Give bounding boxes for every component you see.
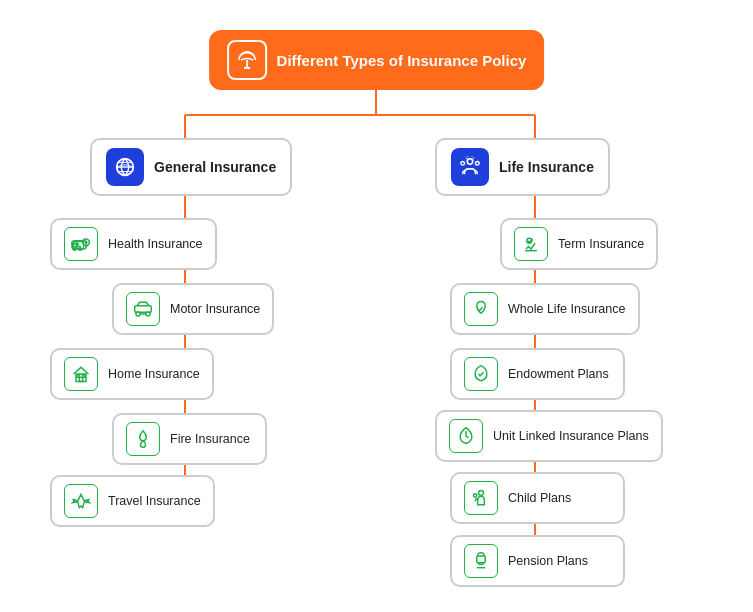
endowment-node: Endowment Plans	[450, 348, 625, 400]
general-insurance-node: General Insurance	[90, 138, 292, 196]
home-insurance-node: Home Insurance	[50, 348, 214, 400]
travel-label: Travel Insurance	[108, 494, 201, 508]
fire-label: Fire Insurance	[170, 432, 250, 446]
pension-icon	[464, 544, 498, 578]
ulip-node: Unit Linked Insurance Plans	[435, 410, 663, 462]
motor-icon	[126, 292, 160, 326]
svg-point-23	[476, 162, 480, 166]
term-insurance-node: Term Insurance	[500, 218, 658, 270]
child-label: Child Plans	[508, 491, 571, 505]
ulip-icon	[449, 419, 483, 453]
root-icon	[227, 40, 267, 80]
svg-rect-38	[83, 375, 86, 378]
whole-life-icon	[464, 292, 498, 326]
travel-insurance-node: Travel Insurance	[50, 475, 215, 527]
pension-label: Pension Plans	[508, 554, 588, 568]
life-label: Life Insurance	[499, 159, 594, 175]
motor-insurance-node: Motor Insurance	[112, 283, 274, 335]
term-label: Term Insurance	[558, 237, 644, 251]
home-icon	[64, 357, 98, 391]
root-node: Different Types of Insurance Policy	[209, 30, 545, 90]
fire-insurance-node: Fire Insurance	[112, 413, 267, 465]
life-insurance-node: Life Insurance	[435, 138, 610, 196]
health-icon	[64, 227, 98, 261]
motor-label: Motor Insurance	[170, 302, 260, 316]
health-insurance-node: Health Insurance	[50, 218, 217, 270]
svg-rect-42	[477, 556, 485, 563]
svg-point-30	[73, 248, 76, 251]
root-label: Different Types of Insurance Policy	[277, 52, 527, 69]
general-icon	[106, 148, 144, 186]
child-icon	[464, 481, 498, 515]
svg-point-41	[474, 494, 477, 497]
svg-point-31	[79, 248, 82, 251]
general-label: General Insurance	[154, 159, 276, 175]
svg-point-22	[461, 162, 465, 166]
pension-plans-node: Pension Plans	[450, 535, 625, 587]
home-label: Home Insurance	[108, 367, 200, 381]
life-icon	[451, 148, 489, 186]
diagram: Different Types of Insurance Policy Gene…	[0, 0, 753, 612]
svg-point-40	[479, 491, 484, 496]
travel-icon	[64, 484, 98, 518]
child-plans-node: Child Plans	[450, 472, 625, 524]
svg-rect-37	[77, 375, 80, 378]
endowment-icon	[464, 357, 498, 391]
term-icon	[514, 227, 548, 261]
svg-point-21	[467, 159, 473, 165]
endowment-label: Endowment Plans	[508, 367, 609, 381]
svg-point-33	[136, 312, 140, 316]
fire-icon	[126, 422, 160, 456]
svg-point-34	[146, 312, 150, 316]
whole-life-label: Whole Life Insurance	[508, 302, 625, 316]
health-label: Health Insurance	[108, 237, 203, 251]
ulip-label: Unit Linked Insurance Plans	[493, 429, 649, 443]
whole-life-node: Whole Life Insurance	[450, 283, 640, 335]
